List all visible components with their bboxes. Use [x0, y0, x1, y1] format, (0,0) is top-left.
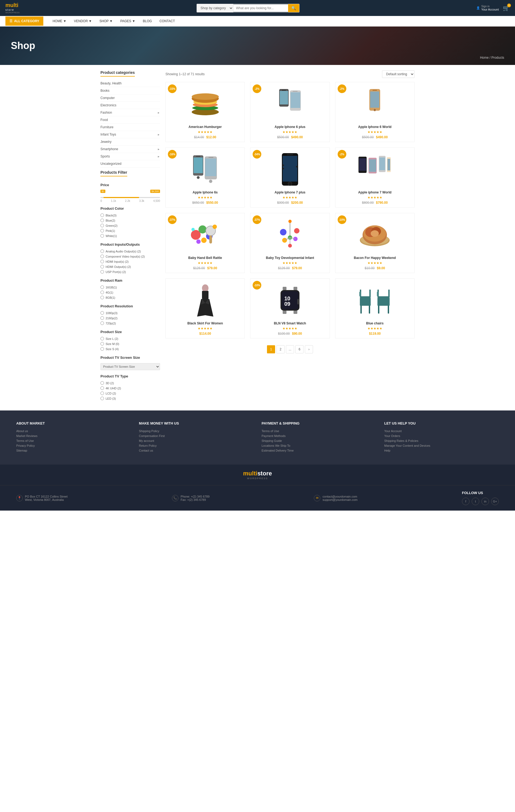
page-6[interactable]: 6	[295, 345, 303, 353]
footer-payment-methods[interactable]: Payment Methods	[262, 434, 376, 437]
search-input[interactable]	[234, 4, 288, 12]
footer-logo[interactable]: multistore WORDPRESS	[5, 470, 510, 480]
footer-locations[interactable]: Locations We Ship To	[262, 444, 376, 447]
price-old-8: $126.00	[278, 266, 290, 270]
footer-terms-of-use[interactable]: Terms of Use	[16, 439, 131, 442]
color-black[interactable]: Black(3)	[101, 213, 160, 218]
category-infant-toys[interactable]: Infant Toys ►	[101, 131, 160, 138]
res-720p[interactable]: 720p(2)	[101, 321, 160, 326]
category-electronics[interactable]: Electronics	[101, 102, 160, 109]
category-books[interactable]: Books	[101, 87, 160, 94]
cart-button[interactable]: 🛒 0	[503, 5, 510, 11]
size-m[interactable]: Size M (0)	[101, 341, 160, 346]
footer-shipping-policy[interactable]: Shipping Policy	[139, 429, 253, 433]
input-analog[interactable]: Analog Audio Output(s) (2)	[101, 249, 160, 254]
color-blue[interactable]: Blue(2)	[101, 218, 160, 223]
smartphone-arrow-icon: ►	[157, 148, 160, 151]
product-bacon[interactable]: -10% Bacon For Happy Weekend ★★★★★	[335, 213, 414, 273]
category-sports[interactable]: Sports ►	[101, 153, 160, 160]
search-category-select[interactable]: Shop by category	[197, 4, 234, 12]
nav-pages[interactable]: PAGES ▼	[116, 16, 139, 26]
product-prices-4: $650.00 $550.00	[168, 201, 242, 205]
ram-8gb[interactable]: 8GB(1)	[101, 295, 160, 300]
resolution-filter: Product Resolution 1080p(3) 2160p(2) 720…	[101, 304, 160, 326]
footer-manage-content[interactable]: Manage Your Content and Devices	[384, 444, 499, 447]
page-1[interactable]: 1	[267, 345, 275, 353]
all-category-button[interactable]: ☰ ALL CATEGORY	[5, 17, 43, 26]
footer-compensation[interactable]: Compensation First	[139, 434, 253, 437]
input-usb[interactable]: USP Port(s) (2)	[101, 269, 160, 274]
input-component[interactable]: Component Video Input(s) (2)	[101, 254, 160, 259]
linkedin-icon[interactable]: in	[482, 498, 489, 505]
svg-rect-38	[387, 159, 390, 171]
address-line1: PO Box CT 16122 Collins Street	[25, 495, 68, 498]
color-pink[interactable]: Pink(1)	[101, 228, 160, 233]
footer-shipping-rates[interactable]: Shipping Rates & Policies	[384, 439, 499, 442]
tv-4k[interactable]: 4K UHD (2)	[101, 385, 160, 391]
svg-rect-8	[282, 90, 286, 91]
nav-blog[interactable]: BLOG	[139, 16, 156, 26]
input-hdmi-out[interactable]: HDMI Output(s) (2)	[101, 264, 160, 269]
nav-vendor[interactable]: VENDOR ▼	[70, 16, 96, 26]
footer-about-us[interactable]: About us	[16, 429, 131, 433]
sign-in-button[interactable]: 👤 Sign in Your Account	[476, 5, 499, 11]
search-button[interactable]: 🔍	[288, 4, 299, 12]
product-iphone7plus[interactable]: -34% Apple Iphone 7 plus ★★★★★ $30	[250, 147, 329, 207]
price-bar[interactable]	[101, 197, 160, 198]
product-smartwatch[interactable]: -10% 10 09 BLN V8 Smart Watch	[250, 279, 329, 339]
category-smartphone[interactable]: Smartphone ►	[101, 146, 160, 153]
product-iphone7world[interactable]: -2% Apple iphone 7 World ★★★★★	[335, 147, 414, 207]
color-green[interactable]: Green(2)	[101, 223, 160, 228]
product-blue-chairs[interactable]: Blue chairs ★★★★★ $119.00	[335, 279, 414, 339]
tv-lcd[interactable]: LCD (2)	[101, 391, 160, 396]
product-iphone6world[interactable]: -2% Apple Iphone 6 World ★★★★★ $500.00 $…	[335, 82, 414, 142]
product-black-skirt[interactable]: Black Skirt For Women ★★★★★ $114.00	[165, 279, 245, 339]
twitter-icon[interactable]: t	[472, 498, 479, 505]
price-slider[interactable]: $0 $4,500 0 1.1k 2.2k 3.3k 4,500	[101, 190, 160, 202]
res-2160p[interactable]: 2160p(2)	[101, 316, 160, 321]
product-iphone6s[interactable]: -16% Apple Iphone 6s ★★★★★	[165, 147, 245, 207]
ram-4g[interactable]: 4G(1)	[101, 290, 160, 295]
logo[interactable]: multi store WORDPRESS	[5, 2, 20, 14]
color-white[interactable]: White(1)	[101, 233, 160, 238]
tv-screen-select[interactable]: Product TV Screen Size	[101, 363, 160, 370]
input-hdmi-in[interactable]: HDMI Input(s) (2)	[101, 259, 160, 264]
footer-shipping-guide[interactable]: Shipping Guide	[262, 439, 376, 442]
footer-return-policy[interactable]: Return Policy	[139, 444, 253, 447]
product-american-humburger[interactable]: -15% American Humburger ★★★★★ $14.00	[165, 82, 245, 142]
category-furniture[interactable]: Furniture	[101, 124, 160, 131]
footer-sitemap[interactable]: Sitemap	[16, 449, 131, 452]
tv-led[interactable]: LED (3)	[101, 396, 160, 401]
res-1080p[interactable]: 1080p(3)	[101, 310, 160, 316]
size-s[interactable]: Size S (4)	[101, 346, 160, 351]
facebook-icon[interactable]: f	[462, 498, 469, 505]
category-computer[interactable]: Computer	[101, 94, 160, 102]
nav-contact[interactable]: CONTACT	[156, 16, 179, 26]
category-jewelry[interactable]: Jewelry	[101, 138, 160, 146]
footer-contact-us[interactable]: Contact us	[139, 449, 253, 452]
footer-market-reviews[interactable]: Market Reviews	[16, 434, 131, 437]
google-plus-icon[interactable]: G+	[491, 498, 499, 505]
size-l[interactable]: Size L (2)	[101, 336, 160, 341]
category-uncategorized[interactable]: Uncategorized	[101, 160, 160, 168]
footer-your-account[interactable]: Your Account	[384, 429, 499, 433]
sort-select[interactable]: Default sorting	[382, 70, 414, 78]
category-fashion[interactable]: Fashion ►	[101, 109, 160, 116]
footer-your-orders[interactable]: Your Orders	[384, 434, 499, 437]
tv-3d[interactable]: 3D (2)	[101, 380, 160, 385]
footer-help[interactable]: Help	[384, 449, 499, 452]
category-beauty-health[interactable]: Beauty, Health	[101, 80, 160, 87]
category-food[interactable]: Food	[101, 116, 160, 124]
footer-terms-use[interactable]: Terms of Use	[262, 429, 376, 433]
product-baby-bell[interactable]: -37% Baby Hand Bell Rattle	[165, 213, 245, 273]
product-iphone6plus[interactable]: -2% Apple Iphone 6 plus ★★★★★ $500.00	[250, 82, 329, 142]
footer-delivery-time[interactable]: Estimated Delivery Time	[262, 449, 376, 452]
product-baby-toy[interactable]: -37% Baby	[250, 213, 329, 273]
nav-home[interactable]: HOME ▼	[49, 16, 70, 26]
page-2[interactable]: 2	[276, 345, 284, 353]
page-next[interactable]: ›	[305, 345, 313, 353]
ram-16gb[interactable]: 16GB(1)	[101, 285, 160, 290]
nav-shop[interactable]: SHOP ▼	[96, 16, 116, 26]
footer-my-account[interactable]: My account	[139, 439, 253, 442]
footer-privacy-policy[interactable]: Privacy Policy	[16, 444, 131, 447]
